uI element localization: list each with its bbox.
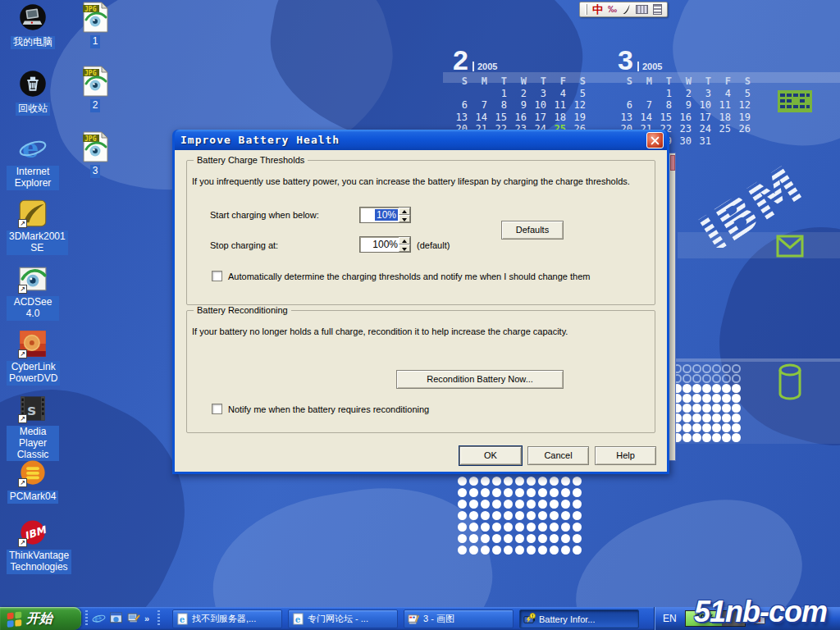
dot bbox=[561, 523, 570, 532]
auto-determine-checkbox[interactable] bbox=[212, 271, 222, 281]
dot bbox=[504, 511, 513, 520]
dot bbox=[573, 500, 582, 509]
my-computer-icon bbox=[18, 2, 48, 34]
dot bbox=[504, 488, 513, 497]
calendar-day: 2 bbox=[677, 88, 696, 100]
ime-language-bar[interactable]: 中 ‰ bbox=[579, 2, 668, 17]
dialog-title: Improve Battery Health bbox=[180, 134, 340, 146]
start-charging-label: Start charging when below: bbox=[210, 210, 319, 220]
ime-grip-handle[interactable] bbox=[585, 4, 587, 15]
svg-text:JPG: JPG bbox=[84, 6, 97, 13]
dot bbox=[458, 477, 467, 486]
defaults-button[interactable]: Defaults bbox=[501, 221, 564, 240]
shortcut-arrow-icon: ↗ bbox=[18, 478, 27, 487]
spin-up-button[interactable] bbox=[399, 237, 410, 244]
stop-charging-spinbox[interactable]: 100% bbox=[359, 236, 411, 253]
desktop-icon-label: 回收站 bbox=[16, 103, 50, 116]
ime-menu-icon[interactable] bbox=[653, 4, 662, 15]
calendar-day: 8 bbox=[657, 99, 677, 112]
calendar-year: 2005 bbox=[637, 62, 662, 71]
dot bbox=[682, 413, 692, 422]
ime-chinese-mode[interactable]: 中 bbox=[592, 4, 603, 15]
desktop-icon-my-computer[interactable]: 我的电脑 bbox=[7, 2, 59, 49]
taskbar-button-3[interactable]: 3 - 画图 bbox=[404, 609, 514, 628]
spin-down-button[interactable] bbox=[399, 215, 410, 222]
dot bbox=[561, 534, 570, 543]
calendar-day: 17 bbox=[696, 112, 716, 124]
charge-thresholds-description: If you infrequently use battery power, y… bbox=[192, 176, 630, 186]
internet-explorer-icon: e bbox=[18, 133, 48, 164]
calendar-day: 19 bbox=[571, 112, 591, 124]
calendar-day bbox=[736, 135, 756, 148]
desktop-icon-jpg-1[interactable]: JPG1 bbox=[72, 2, 118, 48]
auto-determine-checkbox-label: Automatically determine the charging thr… bbox=[228, 272, 590, 281]
desktop-icon-powerdvd[interactable]: ↗CyberLink PowerDVD bbox=[7, 328, 59, 386]
calendar-day: 14 bbox=[637, 112, 657, 124]
desktop-icon-internet-explorer[interactable]: eInternet Explorer bbox=[7, 133, 59, 190]
dot bbox=[469, 523, 478, 532]
dot bbox=[504, 534, 513, 543]
help-button[interactable]: Help bbox=[595, 446, 656, 465]
svg-text:JPG: JPG bbox=[84, 70, 97, 77]
desktop-icon-3dmark2001[interactable]: ↗3DMark2001 SE bbox=[7, 198, 59, 255]
notify-reconditioning-checkbox[interactable] bbox=[212, 404, 222, 414]
dot bbox=[504, 546, 513, 555]
calendar-day: 16 bbox=[677, 112, 696, 124]
calendar-day: 6 bbox=[618, 99, 637, 112]
dot bbox=[692, 394, 701, 403]
stop-charging-value[interactable]: 100% bbox=[372, 239, 398, 250]
calendar-day-header: T bbox=[696, 75, 716, 88]
database-cylinder-icon bbox=[778, 363, 802, 404]
calendar-day-header: T bbox=[492, 75, 512, 88]
dot bbox=[712, 433, 721, 442]
desktop-icon-label: Internet Explorer bbox=[7, 166, 59, 190]
desktop-icon-jpg-3[interactable]: JPG3 bbox=[72, 131, 118, 178]
calendar-day: 12 bbox=[736, 99, 756, 112]
ime-brush-icon[interactable] bbox=[622, 4, 631, 15]
taskbar-button-2[interactable]: e专门网论坛 - ... bbox=[288, 609, 398, 628]
ime-fullwidth-icon[interactable]: ‰ bbox=[608, 5, 617, 14]
calendar-day: 18 bbox=[551, 112, 571, 124]
ime-keyboard-icon[interactable] bbox=[636, 5, 648, 14]
taskbar-button-1[interactable]: e找不到服务器,... bbox=[172, 609, 282, 628]
ok-button[interactable]: OK bbox=[459, 446, 522, 465]
desktop-icon-thinkvantage[interactable]: IBM↗ThinkVantage Technologies bbox=[7, 517, 59, 574]
spin-down-button[interactable] bbox=[399, 244, 410, 252]
dot bbox=[722, 413, 731, 422]
acdsee-icon: ↗ bbox=[18, 263, 48, 294]
desktop-icon-jpg-2[interactable]: JPG2 bbox=[72, 66, 118, 112]
close-icon[interactable] bbox=[646, 132, 664, 148]
calendar-day: 14 bbox=[472, 112, 492, 124]
dot bbox=[722, 394, 731, 403]
dot bbox=[538, 477, 547, 486]
recondition-battery-button[interactable]: Recondition Battery Now... bbox=[396, 370, 564, 389]
calendar-day: 16 bbox=[512, 112, 532, 124]
dot bbox=[732, 384, 741, 393]
spin-up-button[interactable] bbox=[399, 208, 410, 215]
dialog-titlebar[interactable]: Improve Battery Health bbox=[175, 130, 667, 150]
battery-icon: ! bbox=[523, 613, 536, 625]
mpc-icon: s↗ bbox=[18, 393, 48, 424]
dot bbox=[702, 384, 711, 393]
desktop-icon-mpc[interactable]: s↗Media Player Classic bbox=[7, 393, 59, 461]
dot bbox=[458, 523, 467, 532]
shortcut-arrow-icon: ↗ bbox=[18, 349, 27, 358]
start-charging-spinbox[interactable]: 10% bbox=[359, 207, 411, 223]
start-charging-value[interactable]: 10% bbox=[375, 209, 398, 221]
calendar-day-header: T bbox=[657, 75, 677, 88]
powerdvd-icon: ↗ bbox=[18, 328, 48, 359]
calendar-day-header: W bbox=[512, 75, 532, 88]
calendar-day-header: S bbox=[618, 75, 637, 88]
dot bbox=[561, 477, 570, 486]
desktop-icon-pcmark04[interactable]: ↗PCMark04 bbox=[7, 457, 59, 504]
calendar-day: 6 bbox=[453, 99, 472, 112]
recycle-bin-icon bbox=[18, 69, 48, 100]
language-indicator[interactable]: EN bbox=[663, 613, 677, 624]
taskbar-button-4[interactable]: !Battery Infor... bbox=[519, 609, 639, 628]
dot bbox=[712, 374, 721, 383]
dot bbox=[682, 374, 692, 383]
cancel-button[interactable]: Cancel bbox=[527, 446, 589, 465]
improve-battery-health-dialog: Improve Battery Health Battery Charge Th… bbox=[172, 130, 669, 474]
desktop-icon-acdsee[interactable]: ↗ACDSee 4.0 bbox=[7, 263, 59, 321]
desktop-icon-recycle-bin[interactable]: 回收站 bbox=[7, 69, 59, 116]
